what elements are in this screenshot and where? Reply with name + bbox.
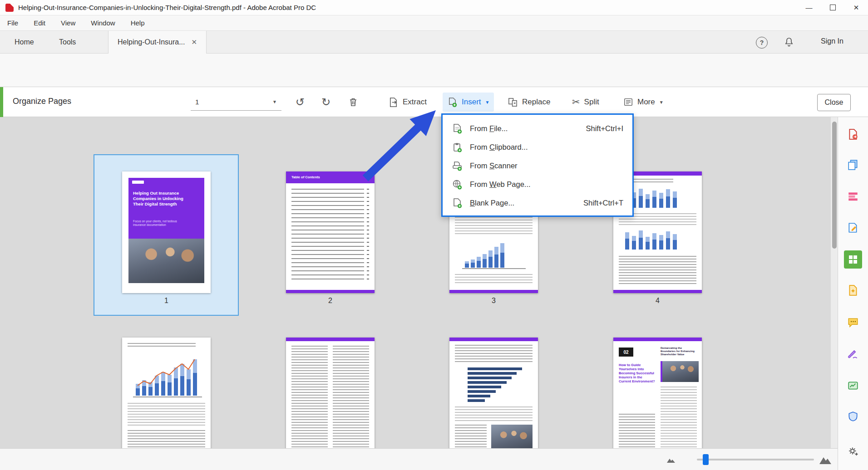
insert-button[interactable]: Insert ▼ [443,93,494,112]
organize-pages-bar: Organize Pages 1 ▼ ↺ ↻ Extract Insert ▼ … [0,87,868,117]
page8-header-band [613,338,702,341]
help-icon[interactable]: ? [756,37,768,49]
menu-bar: File Edit View Window Help [0,15,868,31]
replace-icon [508,97,518,108]
sign-in-button[interactable]: Sign In [821,37,843,45]
more-label: More [637,98,655,107]
close-window-button-icon[interactable]: ✕ [844,0,868,15]
page3-text [455,274,533,284]
insert-blank-page-icon [452,198,463,209]
split-button[interactable]: ✂ Split [567,93,604,112]
close-tool-button[interactable]: Close [817,94,851,111]
notifications-bell-icon[interactable] [784,36,794,49]
menu-window[interactable]: Window [90,17,116,29]
page4-text [619,256,696,284]
page-thumbnail-7[interactable] [449,338,538,448]
more-button[interactable]: More ▼ [619,93,668,112]
tab-home[interactable]: Home [5,31,43,54]
rotate-left-button[interactable]: ↺ [290,93,310,112]
rotate-right-icon: ↻ [321,96,330,108]
page7-header-band [449,338,538,341]
organize-pages-icon-active[interactable] [844,250,862,269]
cover-photo [128,239,204,283]
page5-text [128,430,205,448]
more-list-icon [623,97,633,107]
export-pdf-icon[interactable] [844,125,862,143]
menu-view[interactable]: View [60,17,76,29]
tab-close-icon[interactable]: ✕ [192,38,197,46]
maximize-button-icon[interactable] [821,0,844,15]
menu-item-blank-page[interactable]: Blank Page... Shift+Ctrl+T [443,194,632,212]
create-pdf-icon[interactable] [844,156,862,174]
page-thumbnail-6[interactable] [286,338,375,448]
chapter-title: How to Guide Yourselves Into Becoming Su… [619,363,655,383]
page-label-2: 2 [286,297,375,305]
protect-pdf-icon[interactable] [844,407,862,426]
scissors-icon: ✂ [572,97,580,108]
split-label: Split [584,98,599,107]
enhance-scans-icon[interactable] [844,281,862,299]
pdf-file-icon [5,4,14,12]
page-thumbnail-2[interactable]: Table of Contents [286,171,375,293]
combine-files-icon[interactable] [844,187,862,206]
tab-bar: Home Tools Helping-Out-Insura... ✕ ? Sig… [0,31,868,54]
page-range-dropdown[interactable]: 1 ▼ [191,93,281,111]
menu-item-from-clipboard[interactable]: From Clipboard... [443,138,632,157]
page-thumbnail-5[interactable] [122,338,211,448]
zoom-slider-handle[interactable] [703,454,709,465]
shortcut-label: Shift+Ctrl+I [586,124,623,133]
page3-footer-band [449,290,538,293]
tools-sidebar [838,117,868,470]
replace-label: Replace [522,98,550,107]
send-for-signature-icon[interactable] [844,377,862,395]
menu-file[interactable]: File [6,17,19,29]
tab-document[interactable]: Helping-Out-Insura... ✕ [108,31,207,54]
insert-from-web-page-icon [452,179,463,190]
toc-page-numbers [367,189,369,279]
scrollbar-thumb[interactable] [832,122,837,249]
page8-text-left [619,414,655,448]
zoom-small-icon[interactable] [666,457,676,463]
thumbnail-zoom-slider[interactable] [697,459,814,460]
page4-footer-band [613,290,702,293]
main-toolbar: / 23 105% ▼ ▼ [0,54,868,87]
menu-edit[interactable]: Edit [33,17,46,29]
toc-title: Table of Contents [291,175,320,179]
chevron-down-icon: ▼ [659,100,664,105]
replace-button[interactable]: Replace [503,93,555,112]
chevron-down-icon: ▼ [485,100,490,105]
menu-item-from-scanner[interactable]: From Scanner [443,157,632,175]
page3-chart-axis [462,268,526,269]
organize-pages-title: Organize Pages [13,97,71,106]
title-bar: Helping-Out-Insurance-Companies-in-Unloc… [0,0,868,15]
tab-tools[interactable]: Tools [50,31,85,54]
menu-item-from-file[interactable]: From File... Shift+Ctrl+I [443,119,632,138]
comment-sidebar-icon[interactable] [844,313,862,332]
edit-pdf-icon[interactable] [844,219,862,237]
rotate-right-button[interactable]: ↻ [316,93,336,112]
page-thumbnail-8[interactable]: 02 Demarcating the Boundaries for Enhanc… [613,338,702,448]
page4-bar-chart-bottom [625,230,677,250]
toc-footer-band [286,290,375,293]
fill-sign-icon[interactable] [844,345,862,363]
extract-button[interactable]: Extract [384,93,431,112]
vertical-scrollbar[interactable] [831,117,838,448]
tool-accent-bar [0,87,3,117]
page-thumbnail-1[interactable]: Helping Out Insurance Companies in Unloc… [122,171,211,293]
insert-from-scanner-icon [452,161,463,171]
page5-text [128,403,205,426]
more-tools-gear-icon[interactable] [844,442,862,460]
page3-bar-chart [465,242,504,268]
extract-icon [388,97,399,108]
page7-text [455,345,533,364]
page8-text-right [661,387,697,448]
insert-from-file-icon [452,123,463,134]
delete-pages-button[interactable] [343,93,363,112]
insert-label: Insert [462,98,481,107]
page5-trend-line [136,356,199,396]
minimize-button-icon[interactable]: — [797,0,821,15]
menu-help[interactable]: Help [130,17,146,29]
zoom-large-icon[interactable] [819,455,832,465]
chapter-number: 02 [619,348,633,357]
menu-item-from-web-page[interactable]: From Web Page... [443,175,632,194]
